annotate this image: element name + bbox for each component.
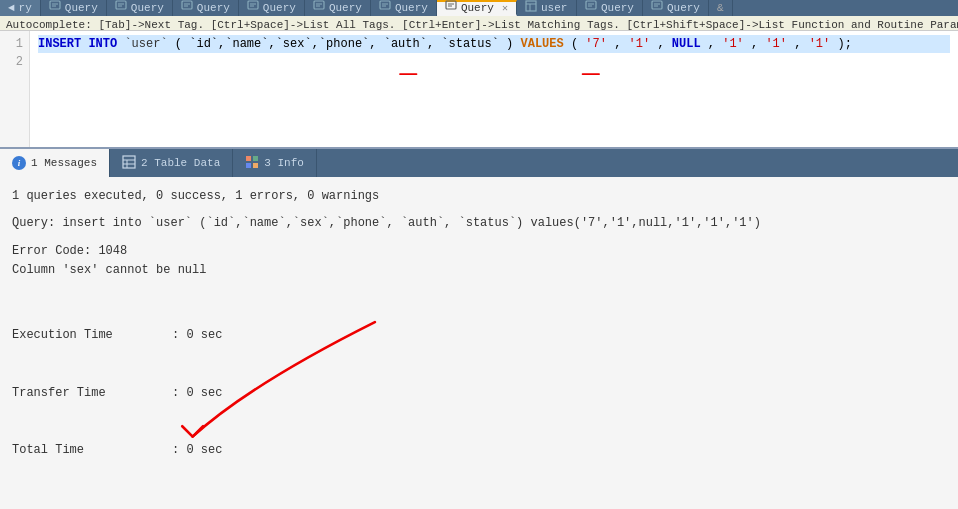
query-icon-4 [247,0,259,15]
line-number-2: 2 [0,53,23,71]
tab-user[interactable]: user [517,0,577,16]
tab-query-8-label: Query [667,2,700,14]
sql-val-1: '7' [585,37,607,51]
timing-transfer-label: Transfer Time [12,384,172,403]
svg-rect-27 [652,1,662,9]
tab-query-2[interactable]: Query [107,0,173,16]
query-icon-6 [379,0,391,15]
timing-execution-value: : 0 sec [172,326,222,345]
sql-values-open: ( [571,37,578,51]
sql-val-3: '1' [722,37,744,51]
svg-rect-37 [253,156,258,161]
query-icon-8 [651,0,663,15]
tab-query-2-label: Query [131,2,164,14]
timing-transfer-value: : 0 sec [172,384,222,403]
line-number-1: 1 [0,35,23,53]
sql-comma5: , [794,37,801,51]
svg-rect-18 [446,1,456,9]
timing-execution-label: Execution Time [12,326,172,345]
timing-total-value: : 0 sec [172,441,222,460]
svg-rect-9 [248,1,258,9]
tab-query-5-label: Query [329,2,362,14]
sql-end: ); [837,37,851,51]
tab-query-3[interactable]: Query [173,0,239,16]
code-editor[interactable]: INSERT INTO `user` ( `id`,`name`,`sex`,`… [30,31,958,147]
svg-rect-32 [123,156,135,168]
info-icon: i [12,156,26,170]
timing-execution-row: Execution Time : 0 sec [12,326,946,345]
colorful-grid-icon [245,155,259,172]
result-tabs: i 1 Messages 2 Table Data 3 [0,149,958,177]
user-table-icon [525,0,537,15]
query-icon-3 [181,0,193,15]
sql-comma3: , [708,37,715,51]
result-tab-tabledata[interactable]: 2 Table Data [110,149,233,177]
tab-query-3-label: Query [197,2,230,14]
sql-comma1: , [614,37,621,51]
result-timing: Execution Time : 0 sec Transfer Time : 0… [12,288,946,499]
tab-overflow[interactable]: & [709,0,733,16]
tab-back[interactable]: ◄ ry [0,0,41,16]
query-icon-active [445,0,457,15]
code-line-1[interactable]: INSERT INTO `user` ( `id`,`name`,`sex`,`… [38,35,950,53]
tab-query-active[interactable]: Query ✕ [437,0,517,16]
result-error: Error Code: 1048 Column 'sex' cannot be … [12,242,946,280]
svg-rect-12 [314,1,324,9]
autocomplete-hint: Autocomplete: [Tab]->Next Tag. [Ctrl+Spa… [6,19,958,31]
result-content: 1 queries executed, 0 success, 1 errors,… [0,177,958,509]
result-tab-messages[interactable]: i 1 Messages [0,149,110,177]
sql-comma4: , [751,37,758,51]
tab-user-label: user [541,2,567,14]
result-query-label: Query: [12,216,55,230]
tab-query-4[interactable]: Query [239,0,305,16]
svg-rect-21 [526,1,536,11]
svg-rect-3 [116,1,126,9]
result-query: Query: insert into `user` (`id`,`name`,`… [12,214,946,233]
timing-total-row: Total Time : 0 sec [12,441,946,460]
editor-area[interactable]: 1 2 INSERT INTO `user` ( `id`,`name`,`se… [0,31,958,149]
sql-space2: ( [175,37,182,51]
tab-close-button[interactable]: ✕ [502,2,508,14]
autocomplete-bar: Autocomplete: [Tab]->Next Tag. [Ctrl+Spa… [0,16,958,31]
query-icon-1 [49,0,61,15]
tab-query-7[interactable]: Query [577,0,643,16]
svg-rect-0 [50,1,60,9]
timing-total-label: Total Time [12,441,172,460]
sql-comma2: , [657,37,664,51]
tab-query-6-label: Query [395,2,428,14]
sql-val-null: NULL [672,37,701,51]
svg-rect-6 [182,1,192,9]
grid-icon [122,155,136,172]
tab-query-8[interactable]: Query [643,0,709,16]
svg-rect-39 [253,163,258,168]
tab-query-6[interactable]: Query [371,0,437,16]
tab-query-active-label: Query [461,2,494,14]
result-error-message: Column 'sex' cannot be null [12,261,946,280]
result-tab-info[interactable]: 3 Info [233,149,317,177]
result-summary: 1 queries executed, 0 success, 1 errors,… [12,187,946,206]
query-icon-5 [313,0,325,15]
tab-query-1[interactable]: Query [41,0,107,16]
query-icon-7 [585,0,597,15]
overflow-icon: & [717,2,724,14]
tab-bar: ◄ ry Query Query Query Query [0,0,958,16]
svg-rect-36 [246,156,251,161]
sql-insert-keyword: INSERT INTO [38,37,117,51]
result-query-text: insert into `user` (`id`,`name`,`sex`,`p… [62,216,761,230]
result-tab-tabledata-label: 2 Table Data [141,157,220,169]
result-summary-text: 1 queries executed, 0 success, 1 errors,… [12,189,379,203]
sql-col-id: `id`,`name`,`sex`,`phone`, `auth`, `stat… [189,37,499,51]
bottom-panel: i 1 Messages 2 Table Data 3 [0,149,958,509]
sql-val-5: '1' [809,37,831,51]
svg-rect-15 [380,1,390,9]
tab-query-4-label: Query [263,2,296,14]
sql-val-2: '1' [629,37,651,51]
tab-label: ry [19,2,32,14]
sql-val-4: '1' [765,37,787,51]
svg-rect-38 [246,163,251,168]
query-icon-2 [115,0,127,15]
result-error-code: Error Code: 1048 [12,242,946,261]
tab-query-5[interactable]: Query [305,0,371,16]
sql-values-keyword: VALUES [521,37,564,51]
line-numbers: 1 2 [0,31,30,147]
